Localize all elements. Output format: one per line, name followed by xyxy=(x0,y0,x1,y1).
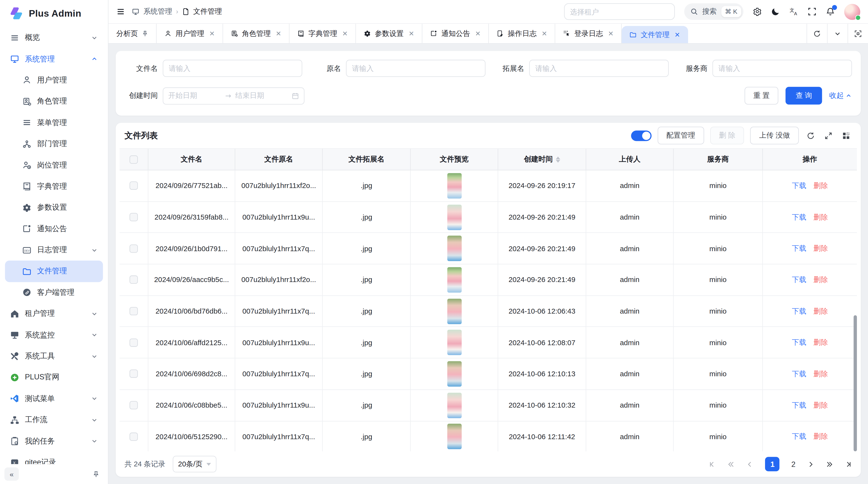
download-link[interactable]: 下载 xyxy=(792,306,806,316)
sidebar-item-posts[interactable]: 岗位管理 xyxy=(5,155,103,176)
download-link[interactable]: 下载 xyxy=(792,275,806,285)
file-preview-image[interactable] xyxy=(447,267,462,293)
table-row[interactable]: 2024/10/06/698d2c8...007u2bluly1hrr11x7q… xyxy=(120,358,857,390)
file-name-input[interactable] xyxy=(163,60,302,77)
table-row[interactable]: 2024/10/06/c08bbe5...007u2bluly1hrr11x9u… xyxy=(120,390,857,421)
sidebar-item-workflow[interactable]: 工作流 xyxy=(5,409,103,430)
download-link[interactable]: 下载 xyxy=(792,369,806,379)
file-preview-image[interactable] xyxy=(447,204,462,230)
select-all-checkbox[interactable] xyxy=(129,155,138,163)
extension-input[interactable] xyxy=(529,60,669,77)
sidebar-item-system[interactable]: 系统管理 xyxy=(5,49,103,70)
download-link[interactable]: 下载 xyxy=(792,181,806,191)
first-page-button[interactable] xyxy=(709,460,716,467)
page-number-button[interactable]: 2 xyxy=(791,460,796,468)
hamburger-menu-icon[interactable] xyxy=(116,7,125,16)
row-checkbox[interactable] xyxy=(129,370,138,378)
table-border-toggle[interactable] xyxy=(631,130,651,141)
column-settings-icon[interactable] xyxy=(840,131,852,139)
sort-icons[interactable] xyxy=(556,156,560,162)
notifications-bell-icon[interactable] xyxy=(826,7,835,16)
close-tab-icon[interactable]: ✕ xyxy=(409,30,414,37)
dark-mode-moon-icon[interactable] xyxy=(771,7,780,16)
table-row[interactable]: 2024/09/26/3159fab8...007u2bluly1hrr11x9… xyxy=(120,202,857,233)
file-preview-image[interactable] xyxy=(447,236,462,261)
sidebar-item-depts[interactable]: 部门管理 xyxy=(5,133,103,155)
file-preview-image[interactable] xyxy=(447,173,462,199)
row-checkbox[interactable] xyxy=(129,432,138,441)
close-tab-icon[interactable]: ✕ xyxy=(674,31,680,38)
pin-icon[interactable] xyxy=(142,30,149,37)
sidebar-item-my-tasks[interactable]: 我的任务 xyxy=(5,430,103,452)
tenant-select-input[interactable] xyxy=(564,3,675,20)
origin-name-input[interactable] xyxy=(346,60,486,77)
close-tab-icon[interactable]: ✕ xyxy=(608,30,614,37)
delete-link[interactable]: 删除 xyxy=(813,306,828,316)
column-header-uploader[interactable]: 上传人 xyxy=(586,149,674,170)
tab-oplog[interactable]: 操作日志✕ xyxy=(489,24,556,43)
user-avatar[interactable] xyxy=(844,4,860,20)
delete-link[interactable]: 删除 xyxy=(813,244,828,253)
sidebar-item-plus-site[interactable]: PLUS官网 xyxy=(5,367,103,388)
global-search-button[interactable]: 搜索 ⌘ K xyxy=(684,3,744,20)
row-checkbox[interactable] xyxy=(129,245,138,253)
tab-dicts[interactable]: 字典管理✕ xyxy=(289,24,356,43)
sidebar-item-monitoring[interactable]: 系统监控 xyxy=(5,324,103,346)
expand-table-icon[interactable] xyxy=(823,131,834,139)
prev-page-button[interactable] xyxy=(746,460,754,467)
tab-notices[interactable]: 通知公告✕ xyxy=(423,24,489,43)
config-manage-button[interactable]: 配置管理 xyxy=(657,127,704,144)
fast-prev-button[interactable] xyxy=(728,460,735,467)
file-preview-image[interactable] xyxy=(447,393,462,418)
download-link[interactable]: 下载 xyxy=(792,400,806,410)
sidebar-item-notices[interactable]: 通知公告 xyxy=(5,218,103,239)
sidebar-item-params[interactable]: 参数设置 xyxy=(5,197,103,218)
language-translate-icon[interactable]: 文A xyxy=(789,7,798,16)
sidebar-item-users[interactable]: 用户管理 xyxy=(5,70,103,91)
column-header-preview[interactable]: 文件预览 xyxy=(411,149,498,170)
download-link[interactable]: 下载 xyxy=(792,338,806,348)
table-vertical-scrollbar[interactable] xyxy=(854,315,857,451)
sidebar-pin-button[interactable] xyxy=(89,467,103,481)
file-preview-image[interactable] xyxy=(447,424,462,450)
reset-button[interactable]: 重 置 xyxy=(744,87,778,104)
delete-link[interactable]: 删除 xyxy=(813,212,828,222)
file-preview-image[interactable] xyxy=(447,361,462,387)
sidebar-item-logs[interactable]: DEV日志管理 xyxy=(5,239,103,261)
delete-link[interactable]: 删除 xyxy=(813,369,828,379)
row-checkbox[interactable] xyxy=(129,213,138,221)
close-tab-icon[interactable]: ✕ xyxy=(209,30,215,37)
sidebar-item-test-menu[interactable]: 测试菜单 xyxy=(5,388,103,409)
table-row[interactable]: 2024/10/06/affd2125...007u2bluly1hrr11x9… xyxy=(120,327,857,358)
column-header-origin-name[interactable]: 文件原名 xyxy=(235,149,323,170)
query-button[interactable]: 查 询 xyxy=(786,87,822,104)
column-header-actions[interactable]: 操作 xyxy=(763,149,857,170)
delete-link[interactable]: 删除 xyxy=(813,275,828,285)
file-preview-image[interactable] xyxy=(447,330,462,355)
tab-menu-chevron-icon[interactable] xyxy=(827,24,847,43)
column-header-created-time[interactable]: 创建时间 xyxy=(498,149,586,170)
content-fullscreen-icon[interactable] xyxy=(847,24,868,43)
upload-button[interactable]: 上传 没做 xyxy=(750,127,799,144)
table-row[interactable]: 2024/09/26/1b0d791...007u2bluly1hrr11x7q… xyxy=(120,233,857,264)
row-checkbox[interactable] xyxy=(129,307,138,315)
next-page-button[interactable] xyxy=(807,460,814,467)
settings-gear-icon[interactable] xyxy=(753,7,762,16)
delete-link[interactable]: 删除 xyxy=(813,181,828,191)
sidebar-item-clients[interactable]: 客户端管理 xyxy=(5,282,103,303)
created-date-range-picker[interactable]: 开始日期 结束日期 xyxy=(163,87,305,104)
tab-analysis[interactable]: 分析页 xyxy=(108,24,157,43)
row-checkbox[interactable] xyxy=(129,182,138,190)
last-page-button[interactable] xyxy=(845,460,852,467)
sidebar-item-overview[interactable]: 概览 xyxy=(5,27,103,48)
provider-input[interactable] xyxy=(712,60,852,77)
delete-button[interactable]: 删 除 xyxy=(710,127,744,144)
page-size-select[interactable]: 20条/页 xyxy=(173,456,217,473)
table-row[interactable]: 2024/09/26/aacc9b5c...007u2bluly1hrr11xf… xyxy=(120,264,857,296)
app-logo[interactable]: Plus Admin xyxy=(0,0,108,27)
tab-files[interactable]: 文件管理✕ xyxy=(622,26,688,43)
tab-params[interactable]: 参数设置✕ xyxy=(356,24,423,43)
tab-roles[interactable]: 角色管理✕ xyxy=(223,24,289,43)
sidebar-item-files[interactable]: 文件管理 xyxy=(5,261,103,282)
sidebar-item-roles[interactable]: 角色管理 xyxy=(5,91,103,112)
